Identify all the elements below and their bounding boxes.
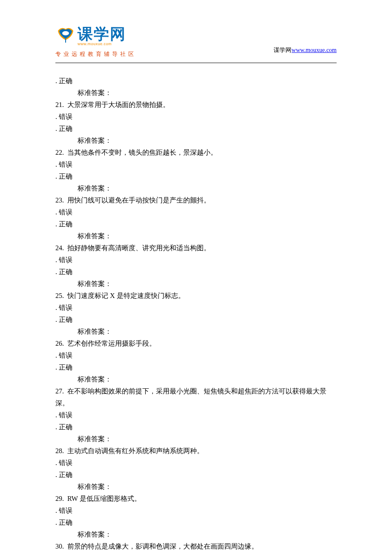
svg-point-0 (62, 31, 69, 35)
option-line: . 错误 (55, 457, 337, 469)
answer-line: 标准答案： (55, 182, 337, 194)
answer-line: 标准答案： (55, 373, 337, 385)
question-line: 26. 艺术创作经常运用摄影手段。 (55, 338, 337, 350)
site-link[interactable]: www.mouxue.com (291, 47, 337, 53)
content-body: . 正确 标准答案：21. 大景深常用于大场面的景物拍摄。. 错误. 正确 标准… (55, 75, 337, 555)
option-line: . 正确 (55, 361, 337, 373)
question-line: 24. 拍好静物要有高清晰度、讲究用光和适当构图。 (55, 242, 337, 254)
answer-line: 标准答案： (55, 529, 337, 541)
answer-line: 标准答案： (55, 326, 337, 338)
question-line: 28. 主动式自动调焦有红外系统和声纳系统两种。 (55, 445, 337, 457)
option-line: . 错误 (55, 111, 337, 123)
logo-main-text: 课学网 (78, 26, 126, 42)
option-line: . 正确 (55, 171, 337, 182)
option-line: . 错误 (55, 552, 337, 555)
logo-text-wrap: 课学网 (78, 26, 126, 42)
option-line: . 正确 (55, 314, 337, 326)
option-line: . 正确 (55, 421, 337, 433)
option-line: . 错误 (55, 254, 337, 266)
question-line: 27. 在不影响构图效果的前提下，采用最小光圈、短焦镜头和超焦距的方法可以获得最… (55, 385, 337, 409)
answer-line: 标准答案： (55, 135, 337, 147)
option-line: . 错误 (55, 350, 337, 361)
site-label: 谋学网 (274, 47, 291, 53)
option-line: . 正确 (55, 517, 337, 529)
logo-block: 课学网 www.mouxue.com 专业远程教育辅导社区 (55, 26, 136, 59)
option-line: . 正确 (55, 75, 337, 87)
header-right: 谋学网www.mouxue.com (274, 45, 337, 59)
document-page: 课学网 www.mouxue.com 专业远程教育辅导社区 谋学网www.mou… (0, 0, 392, 555)
answer-line: 标准答案： (55, 481, 337, 493)
logo-tagline: 专业远程教育辅导社区 (55, 49, 136, 59)
option-line: . 正确 (55, 469, 337, 481)
logo-top: 课学网 (55, 26, 126, 43)
option-line: . 错误 (55, 409, 337, 421)
question-line: 22. 当其他条件不变时，镜头的焦距越长，景深越小。 (55, 147, 337, 159)
option-line: . 正确 (55, 218, 337, 230)
question-line: 23. 用快门线可以避免在手动按快门是产生的颤抖。 (55, 194, 337, 206)
option-line: . 错误 (55, 159, 337, 171)
option-line: . 错误 (55, 505, 337, 517)
option-line: . 错误 (55, 302, 337, 314)
answer-line: 标准答案： (55, 230, 337, 242)
option-line: . 正确 (55, 266, 337, 278)
logo-url-text: www.mouxue.com (78, 41, 112, 48)
answer-line: 标准答案： (55, 433, 337, 445)
question-line: 30. 前景的特点是成像大，影调和色调深，大都处在画面四周边缘。 (55, 541, 337, 552)
option-line: . 错误 (55, 206, 337, 218)
logo-icon (55, 26, 76, 43)
option-line: . 正确 (55, 123, 337, 135)
question-line: 25. 快门速度标记 X 是特定速度快门标志。 (55, 290, 337, 302)
page-header: 课学网 www.mouxue.com 专业远程教育辅导社区 谋学网www.mou… (55, 26, 337, 59)
answer-line: 标准答案： (55, 87, 337, 99)
question-line: 29. RW 是低压缩图形格式。 (55, 493, 337, 505)
answer-line: 标准答案： (55, 278, 337, 290)
question-line: 21. 大景深常用于大场面的景物拍摄。 (55, 99, 337, 111)
header-divider (55, 63, 337, 63)
